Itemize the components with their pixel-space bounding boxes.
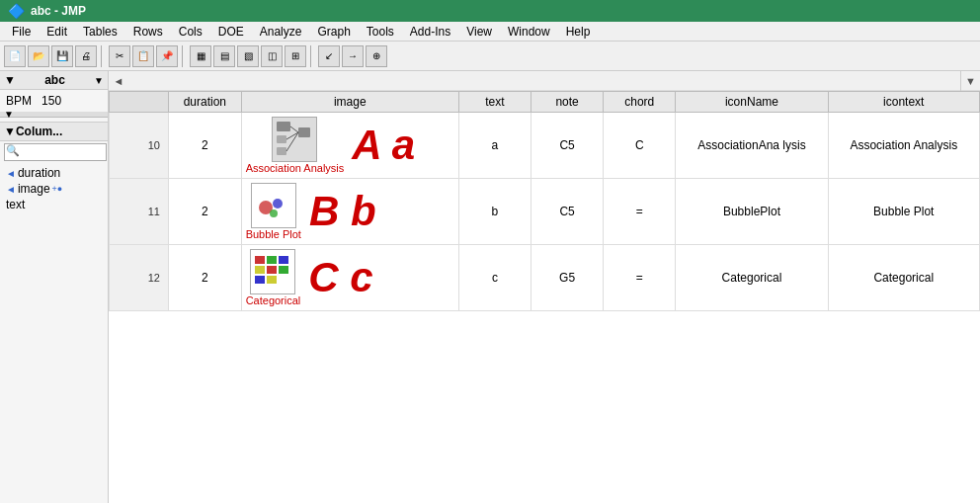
columns-arrow: ▼ <box>4 125 16 138</box>
cell-image-10: Association Analysis A a <box>241 113 458 179</box>
toolbar-save[interactable]: 💾 <box>51 45 73 67</box>
menu-bar: File Edit Tables Rows Cols DOE Analyze G… <box>0 22 980 42</box>
table-header-row: duration image text note chord iconName … <box>110 92 980 113</box>
col-header-chord[interactable]: chord <box>604 92 676 113</box>
toolbar-b8[interactable]: ⊕ <box>366 45 387 67</box>
left-panel: ▼ abc ▼ BPM 150 ▼ ▼ Colum... 🔍 ◄ duratio… <box>0 71 109 503</box>
col-header-image[interactable]: image <box>241 92 458 113</box>
cell-iconname-10: AssociationAna lysis <box>676 113 828 179</box>
toolbar-cut[interactable]: ✂ <box>109 45 130 67</box>
svg-rect-10 <box>255 256 265 264</box>
cell-text-11: b <box>458 179 531 245</box>
expand-icon[interactable]: ▼ <box>4 73 16 87</box>
row-num-11: 11 <box>110 179 169 245</box>
toolbar-b3[interactable]: ▧ <box>237 45 259 67</box>
table-header-panel: ▼ abc ▼ <box>0 71 108 90</box>
menu-window[interactable]: Window <box>500 24 558 40</box>
svg-rect-11 <box>267 256 277 264</box>
cell-icontext-11: Bubble Plot <box>828 179 979 245</box>
col-header-note[interactable]: note <box>531 92 604 113</box>
bubble-icon <box>251 183 296 228</box>
menu-addins[interactable]: Add-Ins <box>402 24 458 40</box>
sep2 <box>182 45 186 67</box>
row-num-header <box>110 92 169 113</box>
col-tag-image: +● <box>52 184 63 194</box>
svg-rect-1 <box>277 135 286 143</box>
col-arrow-duration: ◄ <box>6 168 16 179</box>
cell-text-12: c <box>458 245 531 311</box>
svg-line-4 <box>290 126 298 132</box>
panel-scroll-icon[interactable]: ▼ <box>94 75 104 86</box>
svg-point-8 <box>273 199 283 209</box>
col-arrow-image: ◄ <box>6 184 16 195</box>
menu-tables[interactable]: Tables <box>75 24 125 40</box>
table-row: 10 2 <box>110 113 980 179</box>
toolbar-copy[interactable]: 📋 <box>132 45 154 67</box>
cell-iconname-11: BubblePlot <box>676 179 828 245</box>
menu-file[interactable]: File <box>4 24 39 40</box>
toolbar-new[interactable]: 📄 <box>4 45 26 67</box>
icon-block-10: Association Analysis <box>246 117 345 174</box>
col-item-text[interactable]: text <box>4 197 104 212</box>
svg-rect-15 <box>279 266 288 274</box>
nav-down[interactable]: ▼ <box>960 71 980 91</box>
assoc-label: Association Analysis <box>246 162 345 174</box>
icon-block-11: Bubble Plot <box>246 183 301 240</box>
cell-chord-12: = <box>604 245 676 311</box>
nav-left[interactable]: ◄ <box>109 71 128 91</box>
table-row: 11 2 <box>110 179 980 245</box>
cell-duration-10: 2 <box>169 113 242 179</box>
toolbar-b6[interactable]: ↙ <box>318 45 340 67</box>
menu-edit[interactable]: Edit <box>39 24 75 40</box>
menu-analyze[interactable]: Analyze <box>252 24 310 40</box>
image-cell-content-11: Bubble Plot B b <box>246 183 454 240</box>
icon-block-12: Categorical <box>246 249 301 306</box>
col-header-text[interactable]: text <box>458 92 531 113</box>
cell-icontext-12: Categorical <box>828 245 979 311</box>
menu-tools[interactable]: Tools <box>359 24 402 40</box>
cell-note-10: C5 <box>531 113 604 179</box>
menu-graph[interactable]: Graph <box>309 24 358 40</box>
column-list: ◄ duration ◄ image +● text <box>0 163 108 214</box>
cell-text-10: a <box>458 113 531 179</box>
cell-note-12: G5 <box>531 245 604 311</box>
row-num-12: 12 <box>110 245 169 311</box>
toolbar-b4[interactable]: ◫ <box>261 45 283 67</box>
cell-chord-11: = <box>604 179 676 245</box>
col-header-iconname[interactable]: iconName <box>676 92 828 113</box>
cell-chord-10: C <box>604 113 676 179</box>
bubble-label: Bubble Plot <box>246 228 301 240</box>
svg-rect-14 <box>267 266 277 274</box>
col-header-icontext[interactable]: icontext <box>828 92 979 113</box>
menu-cols[interactable]: Cols <box>171 24 210 40</box>
col-header-duration[interactable]: duration <box>169 92 242 113</box>
toolbar-b2[interactable]: ▤ <box>213 45 235 67</box>
col-item-duration[interactable]: ◄ duration <box>4 165 104 181</box>
search-container: 🔍 <box>0 141 108 163</box>
toolbar-b1[interactable]: ▦ <box>190 45 211 67</box>
data-table: duration image text note chord iconName … <box>109 91 980 503</box>
cell-image-12: Categorical C c <box>241 245 458 311</box>
down-arrow-icon[interactable]: ▼ <box>4 109 14 120</box>
col-item-image[interactable]: ◄ image +● <box>4 181 104 197</box>
toolbar-b5[interactable]: ⊞ <box>285 45 306 67</box>
menu-rows[interactable]: Rows <box>125 24 171 40</box>
menu-doe[interactable]: DOE <box>210 24 252 40</box>
assoc-icon <box>272 117 317 162</box>
categorical-label: Categorical <box>246 294 301 306</box>
toolbar-b7[interactable]: → <box>342 45 364 67</box>
toolbar-open[interactable]: 📂 <box>28 45 49 67</box>
svg-rect-17 <box>267 276 277 284</box>
svg-line-6 <box>286 132 298 151</box>
columns-section[interactable]: ▼ Colum... <box>0 122 108 141</box>
menu-help[interactable]: Help <box>558 24 599 40</box>
panel-divider: ▼ <box>0 112 108 118</box>
svg-rect-12 <box>279 256 288 264</box>
content-area: ◄ ▼ duration image text note chord iconN… <box>109 71 980 503</box>
search-icon: 🔍 <box>6 144 20 157</box>
menu-view[interactable]: View <box>458 24 500 40</box>
svg-rect-2 <box>277 147 286 155</box>
toolbar-paste[interactable]: 📌 <box>156 45 178 67</box>
toolbar-print[interactable]: 🖨 <box>75 45 97 67</box>
cell-duration-11: 2 <box>169 179 242 245</box>
